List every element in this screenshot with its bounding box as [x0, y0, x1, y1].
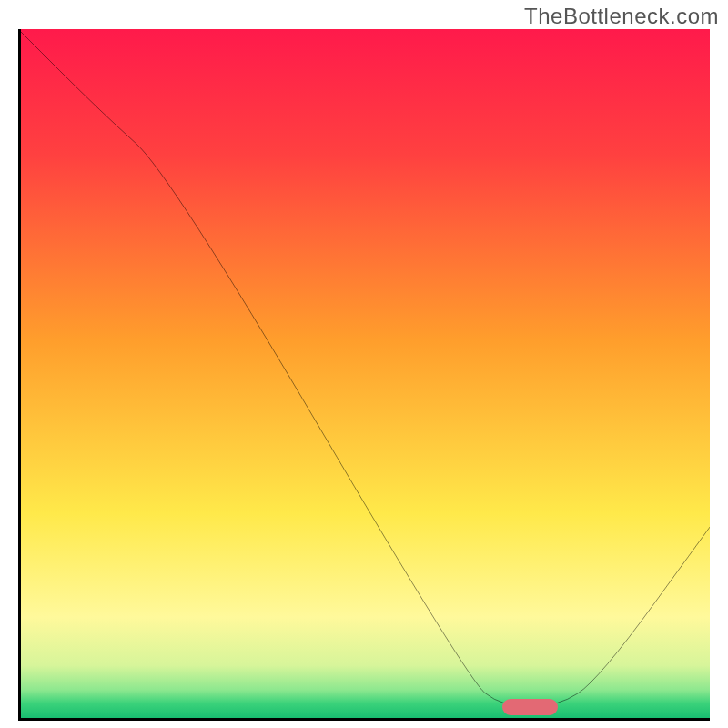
- chart-stage: TheBottleneck.com: [0, 0, 728, 728]
- watermark-text: TheBottleneck.com: [524, 4, 719, 29]
- axis-frame: [18, 29, 710, 721]
- plot-area: [18, 29, 710, 721]
